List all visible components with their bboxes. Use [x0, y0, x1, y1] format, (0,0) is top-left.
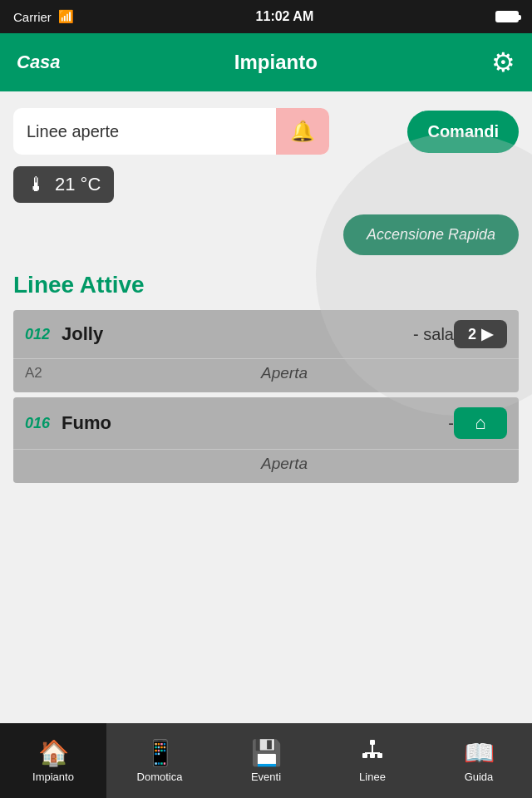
status-bar: Carrier 📶 11:02 AM	[0, 0, 532, 33]
line-status-2: Aperta	[62, 455, 507, 473]
accensione-rapida-button[interactable]: Accensione Rapida	[343, 214, 519, 255]
tab-bar: 🏠 Impianto 📱 Domotica 💾 Eventi Linee 📖 G…	[0, 723, 532, 798]
line-badge-1: 2 ▶	[454, 320, 507, 348]
line-status-1: Aperta	[62, 364, 507, 382]
tab-domotica-label: Domotica	[137, 771, 183, 783]
line-item-2[interactable]: 016 Fumo - ⌂ Aperta	[13, 397, 519, 483]
line-number-2: 016	[25, 415, 62, 432]
bell-icon: 🔔	[290, 120, 315, 143]
header-center-label: Impianto	[234, 51, 318, 74]
line-location-2: -	[448, 414, 454, 433]
line-name-2: Fumo	[62, 412, 441, 434]
line-badge-home-2: ⌂	[454, 407, 507, 439]
tab-impianto[interactable]: 🏠 Impianto	[0, 723, 106, 798]
tab-eventi-label: Eventi	[251, 771, 281, 783]
top-row: Linee aperte 🔔 Comandi	[13, 108, 519, 155]
line-item-top-2: 016 Fumo - ⌂	[13, 397, 519, 449]
thermometer-icon: 🌡	[27, 173, 47, 196]
tab-eventi[interactable]: 💾 Eventi	[213, 723, 319, 798]
accensione-row: Accensione Rapida	[13, 214, 519, 255]
main-content: Linee aperte 🔔 Comandi 🌡 21 °C Accension…	[0, 91, 532, 723]
line-item-bottom-2: Aperta	[13, 449, 519, 483]
header-title-wrap: Impianto	[61, 51, 491, 74]
bell-button[interactable]: 🔔	[276, 108, 329, 155]
line-item-bottom-1: A2 Aperta	[13, 358, 519, 392]
tab-eventi-icon: 💾	[251, 738, 282, 767]
line-name-1: Jolly	[62, 323, 406, 345]
badge-number-1: 2	[468, 326, 476, 343]
battery-icon	[495, 11, 519, 22]
tab-domotica[interactable]: 📱 Domotica	[106, 723, 213, 798]
line-sub-id-1: A2	[25, 365, 62, 382]
svg-rect-0	[370, 740, 375, 745]
temperature-value: 21 °C	[55, 174, 101, 195]
linee-attive-heading: Linee Attive	[13, 272, 519, 298]
linee-aperte-label: Linee aperte	[13, 122, 276, 141]
header-left-label: Casa	[17, 52, 61, 73]
tab-linee-icon	[361, 738, 384, 767]
line-item[interactable]: 012 Jolly - sala 2 ▶ A2 Aperta	[13, 310, 519, 392]
tab-guida-icon: 📖	[464, 738, 495, 767]
status-time: 11:02 AM	[256, 9, 314, 24]
carrier-label: Carrier	[13, 10, 52, 24]
temp-box: 🌡 21 °C	[13, 166, 114, 203]
line-number-1: 012	[25, 326, 62, 343]
badge-icon-1: ▶	[481, 325, 493, 343]
linee-aperte-box: Linee aperte 🔔	[13, 108, 329, 155]
settings-icon[interactable]: ⚙	[491, 47, 515, 78]
tab-linee[interactable]: Linee	[319, 723, 426, 798]
line-location-1: - sala	[413, 325, 454, 344]
home-badge-icon: ⌂	[475, 412, 485, 434]
tab-linee-label: Linee	[359, 771, 386, 783]
tab-impianto-label: Impianto	[32, 771, 74, 783]
tab-impianto-icon: 🏠	[38, 738, 69, 767]
temp-row: 🌡 21 °C	[13, 166, 519, 203]
tab-guida[interactable]: 📖 Guida	[426, 723, 532, 798]
wifi-icon: 📶	[58, 9, 74, 24]
tab-guida-label: Guida	[465, 771, 494, 783]
comandi-button[interactable]: Comandi	[407, 111, 519, 153]
status-battery	[495, 11, 519, 22]
tab-domotica-icon: 📱	[145, 738, 175, 767]
app-header: Casa Impianto ⚙	[0, 33, 532, 91]
line-item-top-1: 012 Jolly - sala 2 ▶	[13, 310, 519, 358]
status-carrier-wifi: Carrier 📶	[13, 9, 74, 24]
